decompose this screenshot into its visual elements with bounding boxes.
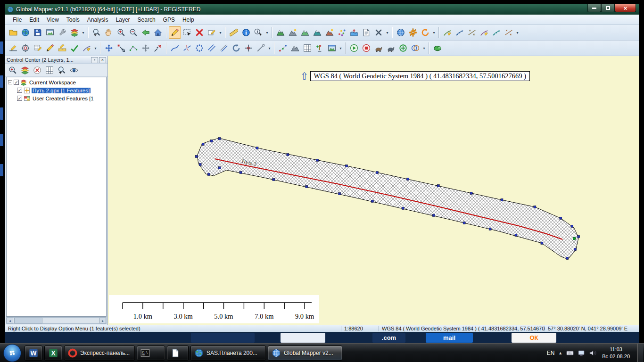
feature-vertex[interactable]: [210, 140, 213, 142]
scroll-left-button[interactable]: ◂: [7, 318, 13, 323]
tree-expand-toggle[interactable]: −: [8, 80, 12, 84]
close-button[interactable]: ×: [615, 4, 636, 12]
taskbar-button-sas-planet[interactable]: SAS.Планета 200...: [190, 346, 266, 361]
path-profile-5-button[interactable]: [490, 26, 503, 39]
clock[interactable]: 11:03 Вс 02.08.20: [600, 346, 632, 360]
feature-vertex[interactable]: [256, 147, 258, 149]
validate-geometry-button[interactable]: [68, 42, 81, 54]
start-playback-button[interactable]: [348, 42, 360, 54]
menu-file[interactable]: File: [9, 16, 25, 24]
scroll-right-button[interactable]: ▸: [99, 318, 106, 323]
feature-vertex[interactable]: [316, 159, 319, 162]
edit-vertices-button[interactable]: [127, 42, 140, 54]
taskbar-button-global-mapper[interactable]: Global Mapper v2...: [268, 346, 342, 361]
online-sources-button[interactable]: [395, 26, 407, 39]
path-profile-more-dropdown[interactable]: ▾: [515, 26, 520, 39]
path-profile-2-button[interactable]: [454, 26, 466, 39]
feature-vertex[interactable]: [376, 172, 378, 174]
feature-vertex[interactable]: [305, 186, 308, 188]
desktop-icon-sliver[interactable]: [0, 134, 3, 146]
feature-vertex[interactable]: [560, 217, 562, 220]
previous-view-button[interactable]: [140, 26, 152, 39]
feature-vertex[interactable]: [432, 214, 435, 217]
feature-vertex[interactable]: [195, 156, 198, 158]
measure-tool-button[interactable]: [228, 26, 240, 39]
show-desktop-button[interactable]: [637, 344, 643, 362]
start-button[interactable]: [3, 344, 21, 362]
desktop-icon-sliver[interactable]: [0, 41, 3, 54]
feature-vertex[interactable]: [571, 225, 573, 228]
layer-user-created-features[interactable]: ✓User Created Features [1: [7, 94, 106, 102]
add-elevation-point-button[interactable]: [314, 42, 326, 54]
select-features-button[interactable]: [181, 26, 193, 39]
track-animal-2-button[interactable]: [385, 42, 397, 54]
close-overlay-button[interactable]: [31, 65, 43, 76]
projection-options-button[interactable]: [407, 26, 419, 39]
coordinate-entry-button[interactable]: [19, 42, 32, 54]
map-view[interactable]: Путь 2 ⇧ WGS 84 ( World Geodetic System …: [108, 56, 639, 325]
copy-parallel-button[interactable]: [206, 42, 218, 54]
feature-vertex[interactable]: [202, 143, 204, 146]
feature-vertex[interactable]: [402, 207, 404, 210]
keyboard-tray-icon[interactable]: [566, 349, 574, 357]
path-profile-4-button[interactable]: [478, 26, 490, 39]
range-rings-button[interactable]: [56, 42, 68, 54]
full-view-button[interactable]: [152, 26, 164, 39]
point-info-button[interactable]: [252, 26, 264, 39]
edit-more-dropdown[interactable]: ▾: [267, 42, 272, 54]
feature-vertex[interactable]: [372, 200, 374, 203]
layer-metadata-button[interactable]: [56, 65, 67, 76]
snap-tool-button[interactable]: [152, 42, 164, 54]
taskbar-pinned-excel[interactable]: [44, 346, 62, 361]
title-bar[interactable]: Global Mapper v21.1 (b021820) [64-bit] […: [5, 4, 639, 15]
panel-close-button[interactable]: ×: [99, 57, 106, 63]
feature-info-button[interactable]: [240, 26, 252, 39]
feature-vertex[interactable]: [515, 234, 517, 237]
classify-points-button[interactable]: [336, 26, 348, 39]
taskbar-pinned-word[interactable]: [25, 346, 42, 361]
path-profile-1-button[interactable]: [441, 26, 454, 39]
scroll-track[interactable]: [13, 318, 99, 323]
menu-help[interactable]: Help: [179, 16, 198, 24]
feature-vertex[interactable]: [207, 173, 210, 176]
view-shed-analysis-button[interactable]: [274, 26, 287, 39]
move-vertex-button[interactable]: [115, 42, 127, 54]
layer-put-2-gpx[interactable]: ✓Путь 2.gpx [1 Features]: [7, 86, 106, 94]
layer-checkbox[interactable]: ✓: [17, 88, 22, 93]
hidden-icons-button[interactable]: ▲: [558, 351, 562, 355]
zoom-tool-button[interactable]: [91, 26, 103, 39]
feature-vertex[interactable]: [501, 199, 503, 201]
vertex-ring-button[interactable]: [193, 42, 206, 54]
scroll-thumb[interactable]: [14, 318, 42, 323]
horizontal-scrollbar[interactable]: ◂ ▸: [6, 317, 107, 324]
save-workspace-button[interactable]: [32, 26, 44, 39]
feature-vertex[interactable]: [574, 248, 577, 251]
menu-view[interactable]: View: [43, 16, 63, 24]
feature-vertex[interactable]: [437, 185, 439, 187]
pan-selection-button[interactable]: [140, 42, 152, 54]
file-tools-more-dropdown[interactable]: ▾: [81, 26, 86, 39]
feature-vertex[interactable]: [566, 257, 569, 260]
contour-lines-button[interactable]: [299, 26, 311, 39]
volume-tray-icon[interactable]: [589, 349, 596, 357]
feature-vertex[interactable]: [218, 138, 221, 140]
feature-vertex[interactable]: [541, 242, 543, 245]
water-level-rise-button[interactable]: [348, 26, 360, 39]
apply-elevations-button[interactable]: [289, 42, 301, 54]
panel-float-button[interactable]: ▫: [91, 57, 98, 63]
smooth-line-button[interactable]: [169, 42, 181, 54]
feature-vertex[interactable]: [339, 193, 341, 195]
map-canvas[interactable]: Путь 2: [108, 56, 639, 325]
open-control-center-button[interactable]: [68, 26, 81, 39]
show-3d-view-button[interactable]: [326, 42, 338, 54]
desktop-icon-sliver[interactable]: [0, 75, 3, 88]
feature-vertex[interactable]: [199, 164, 201, 166]
clear-selection-button[interactable]: [372, 26, 385, 39]
feature-vertex[interactable]: [470, 192, 472, 195]
feature-vertex[interactable]: [463, 222, 465, 224]
zoom-to-selected-button[interactable]: [7, 65, 18, 76]
menu-edit[interactable]: Edit: [25, 16, 43, 24]
run-script-button[interactable]: [360, 26, 372, 39]
terrain-layers-button[interactable]: [323, 26, 336, 39]
configuration-button[interactable]: [56, 26, 68, 39]
